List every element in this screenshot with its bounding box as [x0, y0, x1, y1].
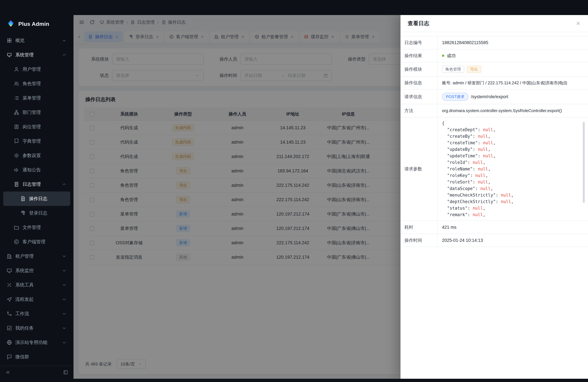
chevron-down-icon	[62, 282, 67, 288]
logo[interactable]: Plus Admin	[0, 15, 74, 33]
sidebar-item-18[interactable]: 流程发起	[3, 292, 70, 307]
sidebar-item-5[interactable]: 部门管理	[3, 105, 70, 120]
duration-value: 421 ms	[437, 221, 588, 234]
detail-row-module: 操作模块 角色管理导出	[400, 63, 588, 76]
sidebar-item-label: 角色管理	[22, 81, 41, 87]
chat-icon	[6, 354, 12, 360]
sidebar-item-19[interactable]: 工作流	[3, 307, 70, 321]
chevron-down-icon	[62, 311, 67, 317]
view-log-drawer: 查看日志 日志编号 1882612840802115585 操作结果 成功	[400, 15, 588, 379]
sidebar-item-label: 演示站专用功能	[15, 339, 47, 346]
code-line: "createTime": null,	[442, 140, 580, 146]
sidebar-menu: 概览系统管理用户管理角色管理菜单管理部门管理岗位管理字典管理参数设置通知公告日志…	[0, 33, 74, 366]
sidebar-item-label: 登录日志	[29, 210, 47, 216]
code-line: "updateBy": null,	[442, 146, 580, 153]
sidebar-item-label: 字典管理	[22, 138, 41, 144]
code-line: "createDept": null,	[442, 127, 580, 133]
collapse-sidebar-icon[interactable]	[5, 370, 10, 375]
sidebar-item-label: 概览	[15, 37, 24, 44]
sidebar-item-10[interactable]: 日志管理	[3, 177, 70, 191]
code-line: "roleId": null,	[442, 159, 580, 166]
sidebar-item-8[interactable]: 参数设置	[3, 148, 70, 163]
module-tag: 角色管理	[442, 66, 464, 73]
fingerprint-icon	[20, 210, 26, 216]
gear-icon	[14, 153, 19, 158]
detail-row-params: 请求参数 { "createDept": null, "createBy": n…	[400, 117, 588, 221]
sidebar-item-label: 流程发起	[15, 296, 34, 302]
flow-icon	[6, 311, 12, 317]
top-strip	[0, 0, 588, 15]
sidebar-item-13[interactable]: 文件管理	[3, 220, 70, 235]
sidebar-item-label: 我的任务	[15, 325, 34, 331]
sidebar-item-0[interactable]: 概览	[3, 33, 70, 48]
close-icon[interactable]	[576, 21, 581, 26]
sidebar-item-7[interactable]: 字典管理	[3, 134, 70, 148]
sidebar-item-label: 参数设置	[22, 152, 41, 159]
bottom-strip	[0, 379, 588, 382]
horn-icon	[14, 167, 19, 173]
post-method-tag: POST请求	[442, 93, 468, 101]
sidebar-item-1[interactable]: 系统管理	[3, 48, 70, 62]
monitor-icon	[6, 52, 12, 58]
log-id-value: 1882612840802115585	[437, 36, 588, 49]
chevron-down-icon	[62, 268, 67, 273]
app-frame: Plus Admin 概览系统管理用户管理角色管理菜单管理部门管理岗位管理字典管…	[0, 0, 588, 382]
drawer-header: 查看日志	[400, 15, 588, 32]
screen-icon	[6, 268, 12, 273]
log-detail-table: 日志编号 1882612840802115585 操作结果 成功 操作模块 角色…	[400, 36, 588, 247]
doc-icon	[20, 196, 26, 201]
sidebar-item-22[interactable]: 微信群	[3, 350, 70, 364]
code-line: "deptCheckStrictly": null,	[442, 198, 580, 205]
sidebar-item-9[interactable]: 通知公告	[3, 163, 70, 177]
field-label: 操作结果	[400, 49, 437, 62]
scrollbar-thumb[interactable]	[583, 122, 585, 203]
detail-row-result: 操作结果 成功	[400, 49, 588, 63]
building-icon	[6, 254, 12, 259]
chevron-down-icon	[62, 340, 67, 345]
request-params-code[interactable]: { "createDept": null, "createBy": null, …	[442, 120, 580, 218]
chevron-up-icon	[62, 52, 67, 58]
sidebar-item-label: 操作日志	[29, 196, 47, 202]
sidebar-item-label: 系统监控	[15, 267, 34, 274]
method-value: org.dromara.system.controller.system.Sys…	[437, 104, 588, 117]
sidebar-item-2[interactable]: 用户管理	[3, 62, 70, 76]
logo-text: Plus Admin	[18, 21, 49, 27]
sidebar-item-11[interactable]: 操作日志	[3, 191, 70, 206]
chevron-down-icon	[62, 297, 67, 302]
detail-row-duration: 耗时 421 ms	[400, 221, 588, 234]
sidebar-bottom-bar	[0, 366, 74, 379]
field-label: 操作时间	[400, 234, 437, 247]
drawer-title: 查看日志	[408, 20, 429, 27]
sidebar-item-15[interactable]: 租户管理	[3, 249, 70, 263]
detail-row-info: 操作信息 账号: admin / 研发部门 / 222.175.114.242 …	[400, 76, 588, 89]
sidebar: Plus Admin 概览系统管理用户管理角色管理菜单管理部门管理岗位管理字典管…	[0, 15, 74, 379]
module-tag: 导出	[467, 66, 481, 73]
sidebar-item-14[interactable]: 客户端管理	[3, 235, 70, 249]
tree-icon	[14, 110, 19, 115]
sidebar-item-12[interactable]: 登录日志	[3, 206, 70, 220]
sidebar-item-20[interactable]: 我的任务	[3, 321, 70, 335]
panel-pin-icon[interactable]	[63, 370, 68, 375]
sidebar-item-6[interactable]: 岗位管理	[3, 120, 70, 134]
sidebar-item-21[interactable]: 演示站专用功能	[3, 335, 70, 350]
sidebar-item-label: 系统管理	[15, 52, 34, 58]
tools-icon	[6, 282, 12, 288]
detail-row-log-id: 日志编号 1882612840802115585	[400, 36, 588, 49]
sidebar-item-4[interactable]: 菜单管理	[3, 91, 70, 105]
chevron-down-icon	[62, 325, 67, 331]
sidebar-item-17[interactable]: 系统工具	[3, 278, 70, 292]
sidebar-item-label: 工作流	[15, 311, 29, 317]
send-icon	[6, 297, 12, 302]
field-label: 日志编号	[400, 36, 437, 49]
detail-row-time: 操作时间 2025-01-24 10:14:13	[400, 234, 588, 247]
folder-icon	[14, 225, 19, 230]
sidebar-item-label: 微信群	[15, 354, 29, 360]
sidebar-item-label: 用户管理	[22, 66, 41, 72]
sidebar-item-label: 租户管理	[15, 253, 34, 259]
chevron-up-icon	[62, 182, 67, 187]
sidebar-item-16[interactable]: 系统监控	[3, 263, 70, 278]
code-line: "roleName": null,	[442, 166, 580, 172]
sidebar-item-3[interactable]: 角色管理	[3, 76, 70, 91]
code-line: "roleKey": null,	[442, 172, 580, 179]
sidebar-item-label: 文件管理	[22, 224, 41, 231]
